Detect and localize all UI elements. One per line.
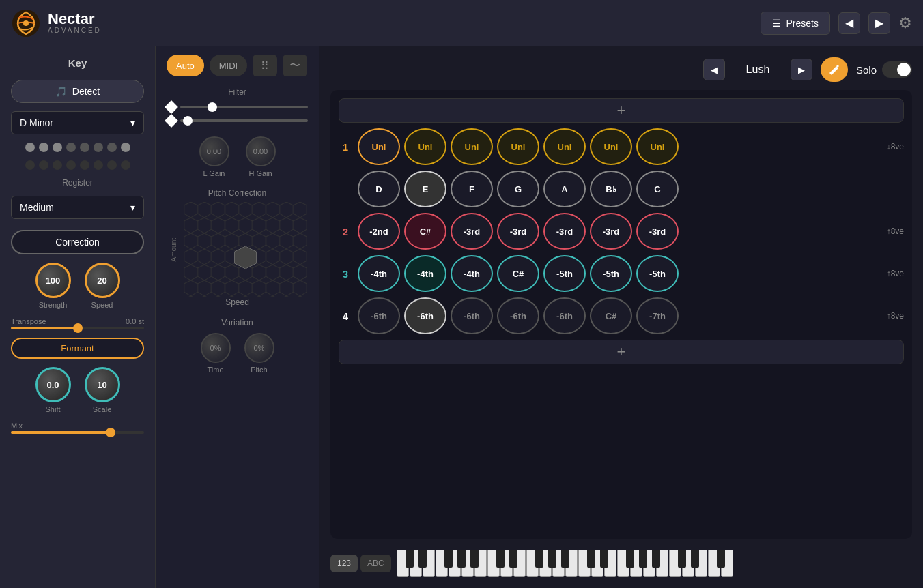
filter-lower-knob[interactable] [183,116,193,126]
key-gs2[interactable] [548,550,556,568]
filter-upper-thumb[interactable] [165,100,178,114]
cell-n-3[interactable]: F [451,171,493,207]
cell-3-1[interactable]: -4th [358,255,400,292]
cell-4-3[interactable]: -6th [451,297,493,334]
cell-1-4[interactable]: Uni [497,128,539,165]
hgain-knob[interactable]: 0.00 [246,136,276,166]
midi-tab[interactable]: MIDI [210,55,247,76]
key-fs2[interactable] [535,550,543,568]
cell-2-4[interactable]: -3rd [497,213,539,250]
transpose-slider[interactable] [11,327,144,329]
cell-4-6[interactable]: C# [590,297,632,334]
cell-n-6[interactable]: B♭ [590,171,632,207]
lgain-knob[interactable]: 0.00 [199,136,229,166]
cell-2-7[interactable]: -3rd [636,213,679,250]
preset-next-btn[interactable]: ▶ [791,59,812,80]
preset-next-header[interactable]: ▶ [868,12,890,34]
piano-keys[interactable] [397,550,912,577]
cell-3-3[interactable]: -4th [451,255,493,292]
key-ds1[interactable] [418,550,427,568]
pitch-var-knob[interactable]: 0% [244,333,274,363]
cell-4-1[interactable]: -6th [358,297,400,334]
key-ds2[interactable] [509,550,517,568]
key-fs3[interactable] [626,550,634,568]
scale-knob[interactable]: 10 [85,367,120,402]
key-cs2[interactable] [496,550,505,568]
cell-4-7[interactable]: -7th [636,297,679,334]
cell-2-6[interactable]: -3rd [590,213,632,250]
strength-knob[interactable]: 100 [36,263,71,298]
cell-1-1[interactable]: Uni [358,128,400,165]
mix-slider[interactable] [11,431,144,434]
key-gs1[interactable] [457,550,466,568]
cell-n-1[interactable]: D [358,171,400,207]
key-fs4[interactable] [717,550,725,568]
pitch-hex-grid[interactable] [183,202,308,297]
cell-3-5[interactable]: -5th [543,255,586,292]
pitch-var-group: 0% Pitch [244,333,274,374]
speed-knob[interactable]: 20 [85,263,120,298]
cell-3-2[interactable]: -4th [404,255,446,292]
center-panel: Auto MIDI ⠿ 〜 Filter [156,46,320,588]
cell-2-5[interactable]: -3rd [543,213,586,250]
filter-upper-knob[interactable] [208,102,217,112]
cell-4-2[interactable]: -6th [404,297,446,334]
dot-b-3 [53,160,62,170]
formant-button[interactable]: Formant [11,338,144,359]
cell-2-3[interactable]: -3rd [451,213,493,250]
filter-lower-slider[interactable] [180,119,308,122]
cell-n-4[interactable]: G [497,171,539,207]
cell-n-5[interactable]: A [543,171,586,207]
settings-button[interactable]: ⚙ [898,14,912,32]
solo-toggle[interactable] [882,61,912,78]
cell-3-7[interactable]: -5th [636,255,679,292]
add-row-top[interactable]: + [339,98,904,123]
presets-button[interactable]: ☰ Presets [761,12,830,35]
cell-2-1[interactable]: -2nd [358,213,400,250]
cell-1-6[interactable]: Uni [590,128,632,165]
piano-abc-btn[interactable]: ABC [360,555,391,572]
edit-button[interactable] [821,57,848,82]
key-fs1[interactable] [444,550,453,568]
add-row-bottom[interactable]: + [339,340,904,364]
preset-prev-header[interactable]: ◀ [838,12,860,34]
detect-button[interactable]: 🎵 Detect [11,80,144,103]
wave-icon-btn[interactable]: 〜 [283,55,307,76]
harmony-row-2: 2 -2nd C# -3rd -3rd -3rd -3rd -3rd ↑8ve [339,213,904,250]
key-as3[interactable] [652,550,660,568]
filter-upper-slider[interactable] [180,106,308,108]
key-ds4[interactable] [691,550,699,568]
cell-1-3[interactable]: Uni [451,128,493,165]
cell-1-5[interactable]: Uni [543,128,586,165]
key-cs3[interactable] [587,550,595,568]
auto-tab[interactable]: Auto [167,55,204,76]
preset-prev-btn[interactable]: ◀ [703,59,725,80]
time-knob[interactable]: 0% [201,333,231,363]
key-select[interactable]: D Minor ▾ [11,111,144,134]
correction-button[interactable]: Correction [11,230,144,254]
cell-n-2[interactable]: E [404,171,446,207]
key-cs4[interactable] [678,550,686,568]
filter-lower-thumb[interactable] [165,114,178,128]
cell-3-6[interactable]: -5th [590,255,632,292]
cell-3-4[interactable]: C# [497,255,539,292]
register-select[interactable]: Medium ▾ [11,196,144,219]
key-gs3[interactable] [639,550,647,568]
key-as2[interactable] [561,550,569,568]
shift-knob[interactable]: 0.0 [36,367,71,402]
cell-2-2[interactable]: C# [404,213,446,250]
cell-4-4[interactable]: -6th [497,297,539,334]
key-cs1[interactable] [406,550,414,568]
cell-1-2[interactable]: Uni [404,128,446,165]
pitch-var-label: Pitch [251,366,267,374]
key-ds3[interactable] [600,550,608,568]
piano-123-btn[interactable]: 123 [330,555,358,572]
strength-group: 100 Strength [36,263,71,309]
cell-1-7[interactable]: Uni [636,128,679,165]
grid-icon-btn[interactable]: ⠿ [253,55,277,76]
strength-label: Strength [39,301,68,309]
cell-4-5[interactable]: -6th [543,297,586,334]
solo-label: Solo [856,64,877,76]
key-as1[interactable] [470,550,479,568]
cell-n-7[interactable]: C [636,171,679,207]
